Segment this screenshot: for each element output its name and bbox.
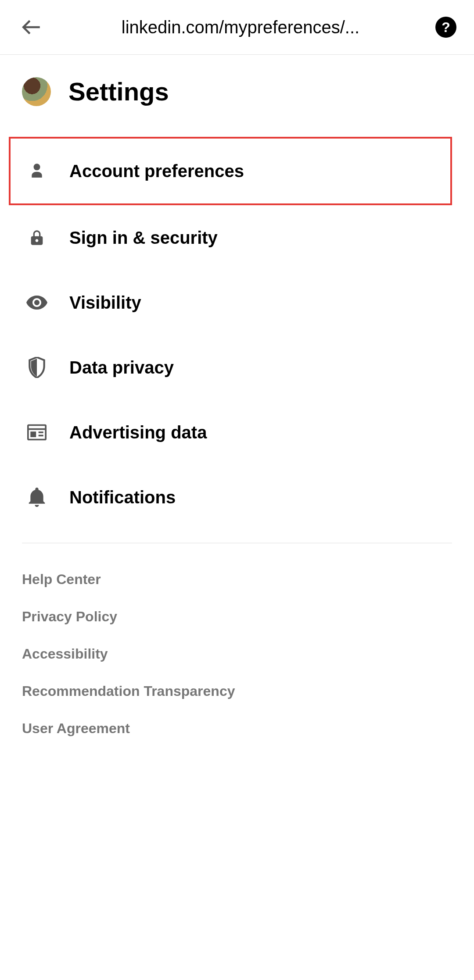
browser-top-bar: linkedin.com/mypreferences/... ?: [0, 0, 474, 55]
help-button[interactable]: ?: [435, 17, 456, 38]
nav-label: Data privacy: [69, 358, 174, 378]
eye-icon: [26, 292, 47, 313]
settings-header: Settings: [22, 55, 452, 137]
newspaper-icon: [26, 422, 47, 443]
footer-link-accessibility[interactable]: Accessibility: [22, 635, 452, 673]
nav-item-visibility[interactable]: Visibility: [22, 270, 452, 335]
nav-item-signin-security[interactable]: Sign in & security: [22, 205, 452, 270]
svg-rect-4: [30, 431, 36, 437]
back-button[interactable]: [18, 13, 46, 41]
bell-icon: [26, 487, 47, 508]
shield-icon: [26, 357, 47, 378]
nav-item-account-preferences[interactable]: Account preferences: [9, 137, 452, 205]
nav-label: Notifications: [69, 488, 176, 507]
nav-label: Visibility: [69, 293, 141, 313]
nav-item-advertising-data[interactable]: Advertising data: [22, 400, 452, 465]
footer-link-help-center[interactable]: Help Center: [22, 561, 452, 598]
nav-label: Account preferences: [69, 161, 244, 181]
person-icon: [26, 160, 47, 182]
footer-link-privacy-policy[interactable]: Privacy Policy: [22, 598, 452, 635]
footer-links: Help Center Privacy Policy Accessibility…: [22, 561, 452, 747]
settings-content: Settings Account preferences Sign in & s…: [0, 55, 474, 747]
nav-item-data-privacy[interactable]: Data privacy: [22, 335, 452, 400]
arrow-left-icon: [21, 16, 43, 38]
url-text[interactable]: linkedin.com/mypreferences/...: [58, 18, 423, 37]
nav-label: Sign in & security: [69, 228, 218, 248]
settings-nav-list: Account preferences Sign in & security V…: [22, 137, 452, 530]
nav-item-notifications[interactable]: Notifications: [22, 465, 452, 530]
svg-point-1: [34, 164, 40, 170]
footer-link-recommendation-transparency[interactable]: Recommendation Transparency: [22, 673, 452, 710]
page-title: Settings: [68, 77, 169, 106]
footer-link-user-agreement[interactable]: User Agreement: [22, 710, 452, 747]
nav-label: Advertising data: [69, 423, 207, 442]
lock-icon: [26, 227, 47, 248]
avatar[interactable]: [22, 77, 51, 106]
divider: [22, 543, 452, 543]
